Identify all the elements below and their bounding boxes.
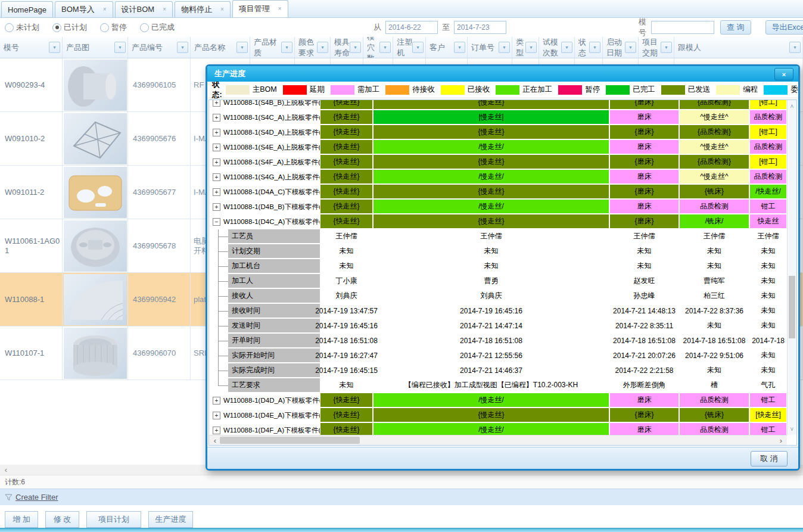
horizontal-scroll-thumb[interactable] (220, 437, 360, 444)
radio-已完成[interactable]: 已完成 (140, 22, 175, 33)
mold-code-cell: W090293-4 (0, 58, 63, 111)
radio-暂停[interactable]: 暂停 (100, 22, 127, 33)
column-filter-icon[interactable]: ▼ (317, 42, 328, 53)
dialog-vertical-scrollbar[interactable]: ˄ ˅ (787, 100, 796, 435)
tab-物料停止[interactable]: 物料停止× (175, 1, 231, 17)
column-label: 类型 (516, 37, 525, 58)
expand-icon[interactable]: + (213, 173, 220, 181)
detail-value: 柏三红 (679, 289, 749, 303)
date-to-input[interactable] (454, 21, 506, 34)
column-header-注塑机[interactable]: 注塑机▼ (393, 37, 426, 58)
column-filter-icon[interactable]: ▼ (454, 42, 465, 53)
column-header-产品名称[interactable]: 产品名称▼ (191, 37, 250, 58)
expand-icon[interactable]: + (213, 114, 220, 122)
column-header-跟模人[interactable]: 跟模人▼ (674, 37, 803, 58)
scroll-left-icon[interactable]: ‹ (1, 465, 11, 475)
detail-value: 未知 (749, 319, 787, 332)
column-header-模具寿命[interactable]: 模具寿命▼ (331, 37, 363, 58)
column-header-产品编号[interactable]: 产品编号▼ (128, 37, 191, 58)
column-filter-icon[interactable]: ▼ (350, 42, 361, 53)
tree-row[interactable]: +W110088-1(D4E_A)下模板零件(新增){快走丝}{慢走丝}{磨床}… (209, 408, 787, 423)
tree-row[interactable]: +W110088-1(D4D_A)下模板零件(新增){快走丝}/慢走丝/磨床品质… (209, 393, 787, 408)
tree-row[interactable]: +W110088-1(D4F_A)下模板零件(新增){快走丝}/慢走丝/磨床品质… (209, 423, 787, 435)
scroll-right-icon[interactable]: › (776, 435, 786, 445)
column-filter-icon[interactable]: ▼ (589, 42, 600, 53)
column-header-项目交期[interactable]: 项目交期▼ (639, 37, 674, 58)
mold-number-input[interactable] (651, 21, 714, 34)
expand-icon[interactable]: + (213, 203, 220, 211)
tab-close-icon[interactable]: × (163, 7, 166, 13)
column-filter-icon[interactable]: ▼ (114, 42, 126, 53)
cancel-button[interactable]: 取 消 (751, 451, 788, 466)
column-filter-icon[interactable]: ▼ (661, 42, 672, 53)
radio-circle-icon (140, 23, 149, 32)
expand-icon[interactable]: + (213, 427, 220, 434)
scroll-left-icon[interactable]: ‹ (210, 435, 220, 445)
collapse-icon[interactable]: − (213, 218, 220, 226)
column-header-订单号[interactable]: 订单号▼ (468, 37, 512, 58)
vertical-scroll-thumb[interactable] (789, 276, 795, 338)
column-header-状态[interactable]: 状态▼ (575, 37, 603, 58)
action-button-增加[interactable]: 增 加 (5, 511, 38, 528)
column-filter-icon[interactable]: ▼ (412, 42, 424, 53)
column-filter-icon[interactable]: ▼ (789, 42, 801, 53)
tree-row[interactable]: +W110088-1(S4B_B)上脱板零件(新制){快走丝}{慢走丝}{磨床}… (209, 100, 787, 110)
column-header-试模次数[interactable]: 试模次数▼ (539, 37, 575, 58)
column-header-模穴数[interactable]: 模穴数▼ (363, 37, 393, 58)
expand-icon[interactable]: + (213, 100, 220, 107)
dialog-horizontal-scrollbar[interactable]: ‹ › (209, 435, 787, 445)
tree-row[interactable]: +W110088-1(S4F_A)上脱板零件(新增){快走丝}{慢走丝}{磨床}… (209, 155, 787, 170)
column-filter-icon[interactable]: ▼ (236, 42, 248, 53)
column-header-颜色要求[interactable]: 颜色要求▼ (295, 37, 331, 58)
tab-close-icon[interactable]: × (103, 7, 107, 13)
close-icon[interactable]: × (774, 68, 793, 80)
create-filter-link[interactable]: Create Filter (15, 493, 58, 502)
expand-icon[interactable]: + (213, 158, 220, 166)
column-header-客户[interactable]: 客户▼ (426, 37, 468, 58)
column-filter-icon[interactable]: ▼ (379, 42, 391, 53)
tree-row[interactable]: +W110088-1(S4C_A)上脱板零件(新增){快走丝}|慢走丝|磨床^慢… (209, 110, 787, 125)
radio-未计划[interactable]: 未计划 (5, 22, 39, 33)
tab-设计BOM[interactable]: 设计BOM× (115, 1, 173, 17)
tree-row[interactable]: +W110088-1(S4G_A)上脱板零件(新增){快走丝}/慢走丝/磨床^慢… (209, 170, 787, 185)
query-button[interactable]: 查 询 (720, 20, 751, 35)
column-filter-icon[interactable]: ▼ (281, 42, 292, 53)
tab-close-icon[interactable]: × (220, 7, 224, 13)
tree-row[interactable]: −W110088-1(D4C_A)下模板零件(新增){快走丝}{慢走丝}{磨床}… (209, 214, 787, 229)
action-button-修改[interactable]: 修 改 (45, 511, 79, 528)
column-header-产品材质[interactable]: 产品材质▼ (250, 37, 295, 58)
tree-row[interactable]: +W110088-1(S4E_A)上脱板零件(新增){快走丝}/慢走丝/磨床^慢… (209, 140, 787, 155)
expand-icon[interactable]: + (213, 412, 220, 419)
scroll-up-icon[interactable]: ˄ (788, 101, 796, 111)
column-header-产品图[interactable]: 产品图▼ (63, 37, 128, 58)
tree-row[interactable]: +W110088-1(D4B_B)下模板零件(新制){快走丝}/慢走丝/磨床品质… (209, 200, 787, 214)
action-button-项目计划[interactable]: 项目计划 (86, 511, 141, 528)
tree-row[interactable]: +W110088-1(D4A_C)下模板零件(新制){快走丝}{慢走丝}{磨床}… (209, 185, 787, 200)
tab-项目管理[interactable]: 项目管理× (232, 0, 288, 17)
tab-HomePage[interactable]: HomePage (1, 1, 53, 17)
tab-close-icon[interactable]: × (278, 6, 282, 12)
expand-icon[interactable]: + (213, 129, 220, 136)
status-cell-sent: {慢走丝} (374, 408, 609, 422)
tree-row[interactable]: +W110088-1(S4D_A)上脱板零件(新增){快走丝}{慢走丝}{磨床}… (209, 125, 787, 140)
column-filter-icon[interactable]: ▼ (49, 42, 60, 53)
column-header-类型[interactable]: 类型▼ (512, 37, 539, 58)
column-filter-icon[interactable]: ▼ (177, 42, 188, 53)
column-filter-icon[interactable]: ▼ (561, 42, 572, 53)
date-from-input[interactable] (385, 21, 438, 34)
action-button-生产进度[interactable]: 生产进度 (148, 511, 193, 528)
tree-row-label: +W110088-1(S4C_A)上脱板零件(新增) (209, 110, 320, 125)
expand-icon[interactable]: + (213, 188, 220, 196)
status-cell-sent: {快走丝} (320, 408, 372, 422)
column-filter-icon[interactable]: ▼ (625, 42, 636, 53)
scroll-down-icon[interactable]: ˅ (788, 424, 796, 434)
radio-已计划[interactable]: 已计划 (52, 22, 87, 33)
expand-icon[interactable]: + (213, 144, 220, 151)
export-excel-button[interactable]: 导出Excel (765, 20, 803, 35)
column-filter-icon[interactable]: ▼ (499, 42, 510, 53)
column-header-模号[interactable]: 模号▼ (0, 37, 63, 58)
column-filter-icon[interactable]: ▼ (525, 42, 537, 53)
tab-BOM导入[interactable]: BOM导入× (55, 1, 113, 17)
expand-icon[interactable]: + (213, 397, 220, 405)
column-header-启动日期[interactable]: 启动日期▼ (603, 37, 639, 58)
